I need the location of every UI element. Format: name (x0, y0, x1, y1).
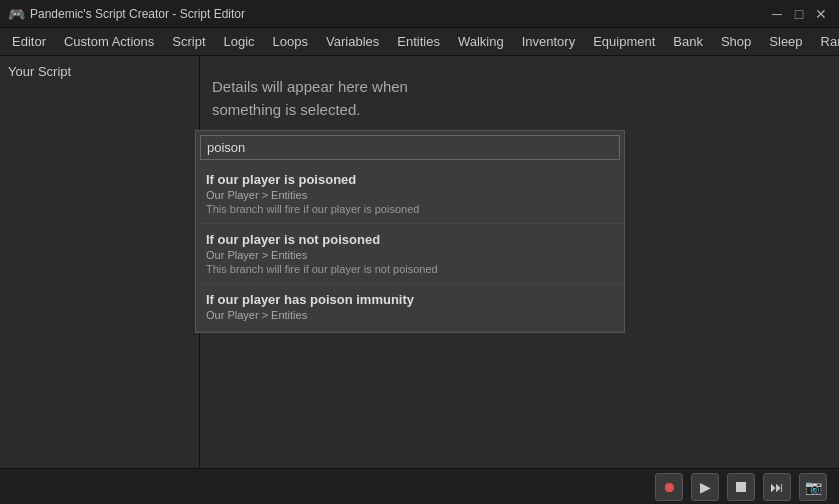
bottom-toolbar: ⏺ ▶ ⏭ 📷 (0, 468, 839, 504)
menu-item-script[interactable]: Script (164, 31, 213, 52)
result-title: If our player is not poisoned (206, 232, 614, 247)
search-results: If our player is poisonedOur Player > En… (196, 164, 624, 332)
result-item[interactable]: If our player has poison immunityOur Pla… (196, 284, 624, 332)
search-input-wrapper (196, 131, 624, 164)
minimize-button[interactable]: ─ (767, 4, 787, 24)
result-item[interactable]: If our player is not poisonedOur Player … (196, 224, 624, 284)
menu-item-editor[interactable]: Editor (4, 31, 54, 52)
record-button[interactable]: ⏺ (655, 473, 683, 501)
stop-button[interactable] (727, 473, 755, 501)
play-icon: ▶ (700, 479, 711, 495)
result-path: Our Player > Entities (206, 309, 614, 321)
left-panel: Your Script (0, 56, 200, 468)
skip-icon: ⏭ (770, 479, 784, 495)
menu-item-variables[interactable]: Variables (318, 31, 387, 52)
menu-item-shop[interactable]: Shop (713, 31, 759, 52)
result-title: If our player is poisoned (206, 172, 614, 187)
details-text: Details will appear here when something … (212, 76, 827, 121)
camera-button[interactable]: 📷 (799, 473, 827, 501)
result-item[interactable]: If our player is poisonedOur Player > En… (196, 164, 624, 224)
camera-icon: 📷 (805, 479, 822, 495)
menu-item-random[interactable]: Random (813, 31, 839, 52)
result-path: Our Player > Entities (206, 189, 614, 201)
search-input[interactable] (200, 135, 620, 160)
menu-bar: EditorCustom ActionsScriptLogicLoopsVari… (0, 28, 839, 56)
menu-item-walking[interactable]: Walking (450, 31, 512, 52)
app-icon: 🎮 (8, 6, 24, 22)
details-line1: Details will appear here when (212, 78, 408, 95)
close-button[interactable]: ✕ (811, 4, 831, 24)
menu-item-bank[interactable]: Bank (665, 31, 711, 52)
maximize-button[interactable]: □ (789, 4, 809, 24)
menu-item-equipment[interactable]: Equipment (585, 31, 663, 52)
search-overlay: If our player is poisonedOur Player > En… (195, 130, 625, 333)
menu-item-logic[interactable]: Logic (216, 31, 263, 52)
skip-button[interactable]: ⏭ (763, 473, 791, 501)
record-icon: ⏺ (662, 479, 676, 495)
result-path: Our Player > Entities (206, 249, 614, 261)
menu-item-loops[interactable]: Loops (265, 31, 316, 52)
result-desc: This branch will fire if our player is p… (206, 203, 614, 215)
title-bar-controls: ─ □ ✕ (767, 4, 831, 24)
title-bar: 🎮 Pandemic's Script Creator - Script Edi… (0, 0, 839, 28)
result-title: If our player has poison immunity (206, 292, 614, 307)
details-line2: something is selected. (212, 101, 360, 118)
your-script-label: Your Script (8, 64, 71, 79)
menu-item-entities[interactable]: Entities (389, 31, 448, 52)
menu-item-inventory[interactable]: Inventory (514, 31, 583, 52)
menu-item-sleep[interactable]: Sleep (761, 31, 810, 52)
play-button[interactable]: ▶ (691, 473, 719, 501)
result-desc: This branch will fire if our player is n… (206, 263, 614, 275)
title-bar-text: Pandemic's Script Creator - Script Edito… (30, 7, 767, 21)
stop-icon (736, 482, 746, 492)
menu-item-custom-actions[interactable]: Custom Actions (56, 31, 162, 52)
